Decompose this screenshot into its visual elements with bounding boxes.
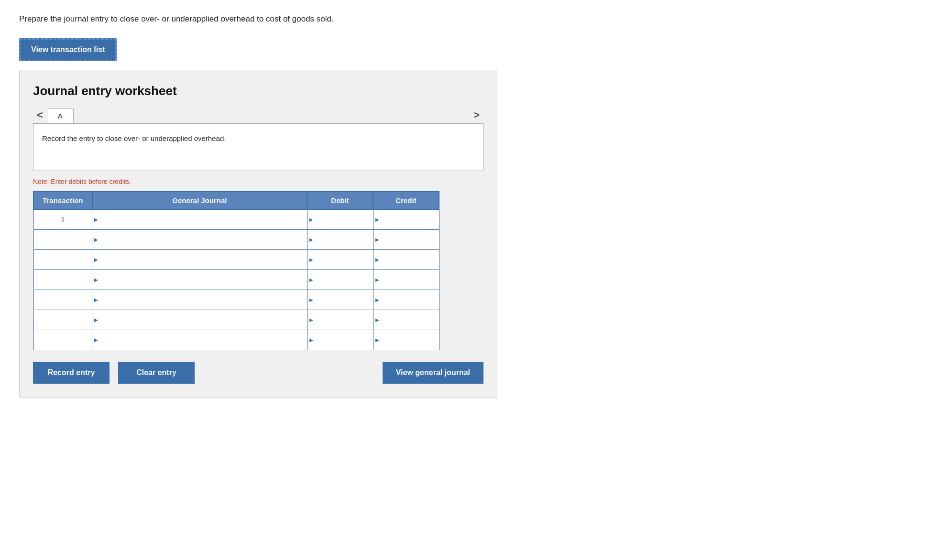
credit-input-5[interactable]	[377, 290, 435, 310]
general-journal-cell-5[interactable]	[92, 290, 307, 310]
general-journal-cell-4[interactable]	[92, 269, 307, 290]
journal-table: Transaction General Journal Debit Credit…	[33, 191, 439, 350]
debit-cell-2[interactable]	[307, 229, 373, 249]
credit-input-1[interactable]	[377, 210, 435, 229]
worksheet-title: Journal entry worksheet	[33, 84, 483, 98]
general-journal-input-1[interactable]	[96, 210, 303, 229]
general-journal-input-4[interactable]	[96, 270, 303, 290]
debit-input-6[interactable]	[311, 310, 369, 330]
clear-entry-button[interactable]: Clear entry	[118, 362, 195, 384]
general-journal-cell-1[interactable]	[92, 209, 307, 229]
debit-cell-3[interactable]	[307, 249, 373, 269]
debit-input-3[interactable]	[311, 250, 369, 269]
general-journal-input-3[interactable]	[96, 250, 303, 269]
transaction-cell-7	[33, 330, 92, 350]
transaction-cell-3	[33, 249, 92, 269]
table-row	[33, 290, 439, 310]
tab-a[interactable]: A	[47, 108, 74, 123]
credit-input-4[interactable]	[377, 270, 435, 290]
debit-cell-1[interactable]	[307, 209, 373, 229]
view-transaction-button[interactable]: View transaction list	[19, 38, 117, 61]
credit-cell-4[interactable]	[373, 269, 439, 290]
credit-cell-7[interactable]	[373, 330, 439, 350]
action-buttons-row: Record entry Clear entry View general jo…	[33, 362, 483, 384]
general-journal-cell-6[interactable]	[92, 310, 307, 330]
debit-input-2[interactable]	[311, 230, 369, 249]
view-general-journal-button[interactable]: View general journal	[383, 362, 483, 384]
debit-cell-6[interactable]	[307, 310, 373, 330]
debit-input-4[interactable]	[311, 270, 369, 290]
debit-input-5[interactable]	[311, 290, 369, 310]
table-row	[33, 269, 439, 290]
credit-input-3[interactable]	[377, 250, 435, 269]
tab-prev-button[interactable]: <	[33, 107, 47, 123]
table-row	[33, 249, 439, 269]
note-text: Note: Enter debits before credits.	[33, 178, 483, 185]
credit-input-6[interactable]	[377, 310, 435, 330]
transaction-cell-6	[33, 310, 92, 330]
general-journal-input-5[interactable]	[96, 290, 303, 310]
tab-navigation: < A >	[33, 107, 483, 123]
credit-cell-3[interactable]	[373, 249, 439, 269]
transaction-cell-4	[33, 269, 92, 290]
page-instruction: Prepare the journal entry to close over-…	[19, 14, 925, 24]
table-row: 1	[33, 209, 439, 229]
general-journal-input-7[interactable]	[96, 330, 303, 350]
transaction-cell-2	[33, 229, 92, 249]
general-journal-cell-7[interactable]	[92, 330, 307, 350]
credit-cell-2[interactable]	[373, 229, 439, 249]
debit-cell-4[interactable]	[307, 269, 373, 290]
credit-cell-6[interactable]	[373, 310, 439, 330]
transaction-cell-1: 1	[33, 209, 92, 229]
col-header-general-journal: General Journal	[92, 192, 307, 209]
col-header-transaction: Transaction	[33, 192, 92, 209]
record-entry-button[interactable]: Record entry	[33, 362, 110, 384]
table-row	[33, 310, 439, 330]
debit-input-1[interactable]	[311, 210, 369, 229]
credit-cell-1[interactable]	[373, 209, 439, 229]
general-journal-cell-2[interactable]	[92, 229, 307, 249]
worksheet-container: Journal entry worksheet < A > Record the…	[19, 70, 497, 398]
general-journal-input-6[interactable]	[96, 310, 303, 330]
debit-cell-5[interactable]	[307, 290, 373, 310]
general-journal-cell-3[interactable]	[92, 249, 307, 269]
description-text: Record the entry to close over- or under…	[42, 134, 226, 142]
general-journal-input-2[interactable]	[96, 230, 303, 249]
col-header-debit: Debit	[307, 192, 373, 209]
transaction-cell-5	[33, 290, 92, 310]
credit-cell-5[interactable]	[373, 290, 439, 310]
credit-input-7[interactable]	[377, 330, 435, 350]
debit-input-7[interactable]	[311, 330, 369, 350]
debit-cell-7[interactable]	[307, 330, 373, 350]
table-row	[33, 229, 439, 249]
tab-next-button[interactable]: >	[470, 107, 483, 123]
description-box: Record the entry to close over- or under…	[33, 123, 483, 171]
col-header-credit: Credit	[373, 192, 439, 209]
table-row	[33, 330, 439, 350]
credit-input-2[interactable]	[377, 230, 435, 249]
